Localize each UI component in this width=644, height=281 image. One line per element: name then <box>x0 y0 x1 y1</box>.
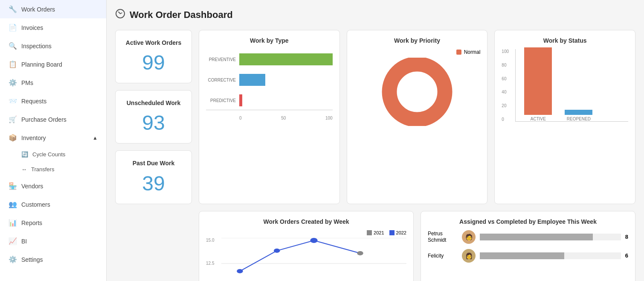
employee-bar-petrus <box>480 234 593 240</box>
sidebar-item-customers[interactable]: 👥 Customers <box>0 195 106 214</box>
line-chart-area: 15.0 12.5 10.0 <box>206 238 406 281</box>
y-label-12-5: 12.5 <box>206 261 214 266</box>
customers-icon: 👥 <box>9 200 17 208</box>
employee-row-felicity: Felicity 👩 6 <box>428 249 628 263</box>
unscheduled-work-value: 93 <box>124 111 183 135</box>
work-by-type-title: Work by Type <box>206 37 333 44</box>
bar-corrective <box>239 74 265 86</box>
main-content: Work Order Dashboard Active Work Orders … <box>107 0 644 281</box>
vendors-icon: 🏪 <box>9 182 17 190</box>
sidebar-item-planning-board[interactable]: 📋 Planning Board <box>0 55 106 73</box>
x-axis-labels: 0 50 100 <box>206 116 333 120</box>
svg-point-9 <box>357 251 363 255</box>
sidebar-item-transfers[interactable]: ↔️ Transfers <box>0 162 106 177</box>
y-label-60: 60 <box>502 76 509 81</box>
legend-dot-2021 <box>367 230 372 235</box>
y-label-15: 15.0 <box>206 238 214 243</box>
sidebar-item-label: Settings <box>21 256 43 263</box>
legend-label-2021: 2021 <box>374 230 384 235</box>
legend-label-2022: 2022 <box>396 230 406 235</box>
active-work-orders-value: 99 <box>124 51 183 74</box>
y-label-40: 40 <box>502 90 509 94</box>
page-title: Work Order Dashboard <box>130 9 233 20</box>
employee-bar-petrus-container <box>480 234 621 240</box>
sidebar-item-purchase-orders[interactable]: 🛒 Purchase Orders <box>0 110 106 129</box>
past-due-work-label: Past Due Work <box>124 159 183 167</box>
past-due-work-card[interactable]: Past Due Work 39 <box>115 150 192 204</box>
sidebar-item-inspections[interactable]: 🔍 Inspections <box>0 37 106 55</box>
sidebar-item-cycle-counts[interactable]: 🔄 Cycle Counts <box>0 147 106 162</box>
employee-name-petrus: PetrusSchmidt <box>428 231 458 243</box>
v-bar-label-active: ACTIVE <box>531 117 546 121</box>
transfers-icon: ↔️ <box>21 166 27 173</box>
work-by-type-card: Work by Type PREVENTIVE CORRECTIVE <box>199 30 340 204</box>
sidebar-item-label: PMs <box>21 79 33 86</box>
invoices-icon: 📄 <box>9 23 17 32</box>
svg-point-6 <box>237 269 243 273</box>
sidebar-item-requests[interactable]: 📨 Requests <box>0 92 106 110</box>
planning-board-icon: 📋 <box>9 60 17 68</box>
work-by-priority-card: Work by Priority Normal <box>347 30 488 204</box>
sidebar-item-reports[interactable]: 📊 Reports <box>0 214 106 232</box>
employee-avatar-felicity: 👩 <box>462 249 476 263</box>
sidebar-item-pms[interactable]: ⚙️ PMs <box>0 73 106 92</box>
inventory-icon: 📦 <box>9 134 17 142</box>
work-by-status-card: Work by Status 100 80 60 40 20 0 ACTIVE <box>494 30 635 204</box>
svg-point-2 <box>400 75 434 109</box>
bar-container-preventive <box>239 53 333 65</box>
work-orders-by-week-title: Work Orders Created by Week <box>206 218 406 225</box>
unscheduled-work-card[interactable]: Unscheduled Work 93 <box>115 90 192 143</box>
bar-preventive <box>239 53 333 65</box>
stat-cards-column: Active Work Orders 99 Unscheduled Work 9… <box>115 30 192 204</box>
employee-name-felicity: Felicity <box>428 253 458 259</box>
sidebar-item-inventory[interactable]: 📦 Inventory ▲ <box>0 129 106 147</box>
svg-point-8 <box>310 238 317 243</box>
bar-container-predictive <box>239 94 333 106</box>
inspections-icon: 🔍 <box>9 42 17 50</box>
sidebar: 🔧 Work Orders 📄 Invoices 🔍 Inspections 📋… <box>0 0 107 281</box>
reports-icon: 📊 <box>9 219 17 227</box>
cycle-counts-icon: 🔄 <box>21 151 28 158</box>
bar-predictive <box>239 94 242 106</box>
legend-2021: 2021 <box>367 230 384 235</box>
employee-bar-felicity <box>480 252 564 259</box>
legend-2022: 2022 <box>389 230 406 235</box>
sidebar-item-settings[interactable]: ⚙️ Settings <box>0 250 106 269</box>
assigned-vs-completed-title: Assigned vs Completed by Employee This W… <box>428 218 628 225</box>
work-orders-icon: 🔧 <box>9 5 17 13</box>
settings-icon: ⚙️ <box>9 255 17 263</box>
employee-count-felicity: 6 <box>625 252 628 259</box>
sidebar-item-bi[interactable]: 📈 BI <box>0 232 106 250</box>
bar-label-predictive: PREDICTIVE <box>206 98 236 103</box>
assigned-vs-completed-card: Assigned vs Completed by Employee This W… <box>421 211 635 281</box>
sidebar-item-label: Vendors <box>21 183 43 190</box>
bottom-left-spacer <box>115 211 192 281</box>
sidebar-item-work-orders[interactable]: 🔧 Work Orders <box>0 0 106 18</box>
employee-row-petrus: PetrusSchmidt 🧑 8 <box>428 230 628 244</box>
page-header: Work Order Dashboard <box>115 9 635 21</box>
y-label-100: 100 <box>502 49 509 54</box>
bar-container-corrective <box>239 74 333 86</box>
y-axis-labels: 100 80 60 40 20 0 <box>502 49 509 122</box>
sidebar-item-label: Inventory <box>21 135 46 141</box>
employee-count-petrus: 8 <box>625 234 628 240</box>
requests-icon: 📨 <box>9 97 17 105</box>
v-bar-col-active: ACTIVE <box>524 47 552 121</box>
sidebar-item-label: Invoices <box>21 24 43 31</box>
employee-bar-felicity-container <box>480 252 621 259</box>
active-work-orders-card[interactable]: Active Work Orders 99 <box>115 30 192 83</box>
bi-icon: 📈 <box>9 237 17 245</box>
legend-label-normal: Normal <box>464 49 481 55</box>
y-label-0: 0 <box>502 117 509 122</box>
bar-label-corrective: CORRECTIVE <box>206 78 236 82</box>
sidebar-item-label: Work Orders <box>21 6 55 13</box>
sidebar-item-vendors[interactable]: 🏪 Vendors <box>0 177 106 195</box>
sidebar-item-label: Reports <box>21 220 42 226</box>
x-label-50: 50 <box>281 116 286 120</box>
line-chart-svg <box>221 238 406 281</box>
sidebar-item-label: Planning Board <box>21 61 62 68</box>
bar-row-preventive: PREVENTIVE <box>206 53 333 65</box>
donut-chart <box>381 58 453 126</box>
sidebar-item-invoices[interactable]: 📄 Invoices <box>0 18 106 37</box>
purchase-orders-icon: 🛒 <box>9 115 17 123</box>
